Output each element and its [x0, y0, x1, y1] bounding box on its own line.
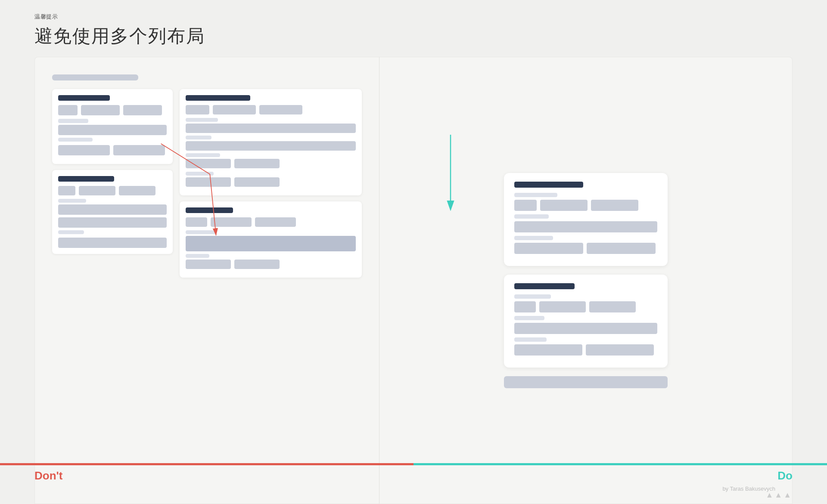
- dont-col-right: [180, 89, 362, 278]
- card3-row5: [186, 177, 356, 187]
- card1-title: [58, 95, 110, 101]
- card4-row1: [186, 217, 356, 227]
- card4-row3: [186, 260, 356, 269]
- card1-label2: [58, 138, 93, 142]
- dont-layout: [52, 89, 362, 278]
- panel-left-dont: [34, 57, 379, 504]
- card2-field3: [58, 238, 167, 248]
- card1-row3: [58, 145, 167, 155]
- do-card2-row2: [514, 344, 657, 356]
- do-card1-title: [514, 182, 583, 188]
- title: 避免使用多个列布局: [34, 24, 793, 48]
- card2-row1: [58, 186, 167, 195]
- page-container: 温馨提示 避免使用多个列布局: [0, 0, 827, 504]
- card4-highlighted: [186, 236, 356, 251]
- do-card1-row1: [514, 200, 657, 211]
- do-card1-field1: [514, 221, 657, 232]
- do-card2-title: [514, 283, 575, 289]
- do-bottom-bar: [504, 376, 668, 388]
- do-bar: [414, 463, 827, 465]
- card3-field1: [186, 124, 356, 133]
- panel-right-do: [379, 57, 793, 504]
- subtitle: 温馨提示: [34, 13, 793, 21]
- do-card-2: [504, 275, 668, 368]
- do-card2-field1: [514, 323, 657, 334]
- do-card-1: [504, 173, 668, 266]
- dont-card-2: [52, 170, 173, 254]
- card1-row1: [58, 105, 167, 115]
- logo-mark: ▲▲▲: [766, 491, 793, 500]
- card2-field2: [58, 217, 167, 228]
- main-content: [34, 57, 793, 504]
- card3-row1: [186, 105, 356, 114]
- nav-skel: [52, 74, 138, 80]
- do-card2-row1: [514, 301, 657, 312]
- dont-card-4: [180, 201, 362, 278]
- header: 温馨提示 避免使用多个列布局: [34, 13, 793, 48]
- footer-divider: [0, 463, 827, 465]
- do-label-container: Do: [777, 469, 793, 482]
- dont-col-left: [52, 89, 173, 278]
- top-nav-bar: [52, 74, 362, 80]
- card2-field1: [58, 204, 167, 215]
- dont-bar: [0, 463, 414, 465]
- card3-title: [186, 95, 250, 101]
- do-arrow-svg: [444, 135, 457, 212]
- card3-row4: [186, 159, 356, 168]
- card1-row2-label: [58, 119, 167, 123]
- card1-field1: [58, 125, 167, 135]
- card3-field2: [186, 141, 356, 151]
- do-card1-row2: [514, 243, 657, 254]
- dont-label-container: Don't: [34, 469, 62, 482]
- do-label: Do: [777, 469, 793, 482]
- dont-label: Don't: [34, 469, 62, 482]
- do-action-bar: [504, 376, 668, 388]
- dont-card-1: [52, 89, 173, 164]
- dont-card-3: [180, 89, 362, 195]
- card4-title: [186, 207, 233, 213]
- card2-title: [58, 176, 114, 182]
